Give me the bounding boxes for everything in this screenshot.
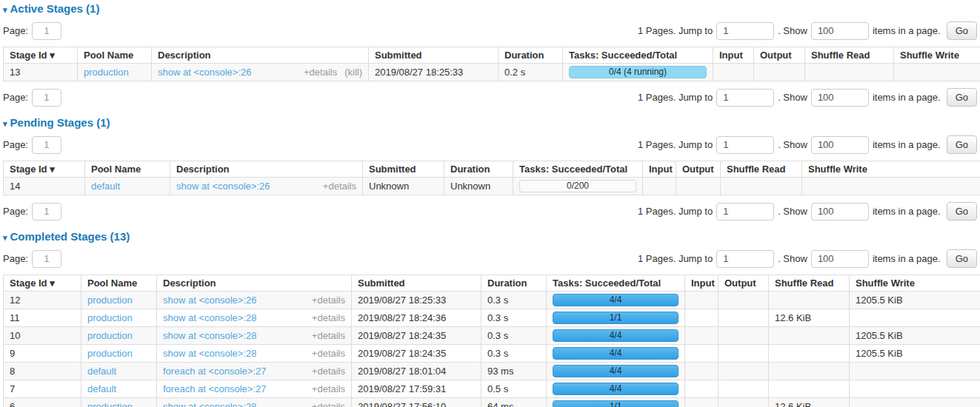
column-header-shuffle-write[interactable]: Shuffle Write [802,161,980,178]
pool-name-link[interactable]: production [87,401,133,407]
go-button[interactable]: Go [947,202,977,221]
description-link[interactable]: show at <console>:26 [158,67,251,78]
column-header-pool-name[interactable]: Pool Name [81,275,157,292]
jump-to-input[interactable] [716,22,774,40]
column-header-submitted[interactable]: Submitted [363,161,444,178]
details-toggle[interactable]: +details [312,401,345,407]
column-header-input[interactable]: Input [685,275,719,292]
page-number-input[interactable] [32,136,61,154]
details-toggle[interactable]: +details [304,67,337,78]
column-header-description[interactable]: Description [157,275,352,292]
column-header-submitted[interactable]: Submitted [352,275,481,292]
kill-link[interactable]: (kill) [344,67,362,78]
page-size-input[interactable] [811,22,869,40]
details-toggle[interactable]: +details [312,330,345,341]
column-header-shuffle-write[interactable]: Shuffle Write [850,275,980,292]
stage-row: 12productionshow at <console>:26+details… [4,292,980,309]
description-link[interactable]: show at <console>:28 [163,330,256,341]
page-number-input[interactable] [32,22,61,40]
description-cell: show at <console>:28+details [157,327,352,345]
column-header-tasks-succeeded-total[interactable]: Tasks: Succeeded/Total [547,275,685,292]
page-size-input[interactable] [811,136,869,154]
input-cell [713,64,754,81]
details-toggle[interactable]: +details [323,181,356,192]
pool-name-link[interactable]: production [87,348,133,359]
jump-to-input[interactable] [716,89,774,107]
go-button[interactable]: Go [947,249,977,268]
column-header-stage-id[interactable]: Stage Id ▾ [4,47,78,64]
column-header-duration[interactable]: Duration [499,47,563,64]
page-number-input[interactable] [32,89,61,107]
pool-name-link[interactable]: default [87,383,116,394]
stage-row: 14defaultshow at <console>:26+detailsUnk… [4,178,980,195]
column-header-output[interactable]: Output [676,161,721,178]
column-header-stage-id[interactable]: Stage Id ▾ [4,161,85,178]
go-button[interactable]: Go [947,135,977,154]
shuffle-read-cell [769,380,850,398]
spark-stages-page: ▾Active Stages (1)Page:1 Pages. Jump to.… [0,0,980,407]
column-header-pool-name[interactable]: Pool Name [85,161,170,178]
tasks-cell: 1/1 [547,309,685,327]
column-header-duration[interactable]: Duration [444,161,513,178]
column-header-description[interactable]: Description [170,161,363,178]
column-header-shuffle-read[interactable]: Shuffle Read [721,161,802,178]
shuffle-write-cell [850,309,980,327]
description-link[interactable]: show at <console>:26 [163,295,256,306]
description-link[interactable]: show at <console>:28 [163,312,256,323]
column-header-duration[interactable]: Duration [481,275,547,292]
description-link[interactable]: show at <console>:28 [163,348,256,359]
tasks-progress-bar: 4/4 [553,294,679,306]
show-text: . Show [778,25,807,36]
column-header-submitted[interactable]: Submitted [369,47,499,64]
pool-name-link[interactable]: production [87,312,133,323]
go-button[interactable]: Go [947,88,977,107]
page-number-input[interactable] [32,203,61,221]
output-cell [719,309,769,327]
pool-name-link[interactable]: default [87,366,116,377]
stage-id-cell: 10 [4,327,81,345]
details-toggle[interactable]: +details [312,348,345,359]
pending-stages-table: Stage Id ▾Pool NameDescriptionSubmittedD… [3,161,980,195]
duration-cell: 0.2 s [499,64,563,81]
page-size-input[interactable] [811,203,869,221]
column-header-shuffle-write[interactable]: Shuffle Write [894,47,980,64]
details-toggle[interactable]: +details [312,383,345,394]
column-header-pool-name[interactable]: Pool Name [78,47,152,64]
column-header-stage-id[interactable]: Stage Id ▾ [4,275,81,292]
column-header-description[interactable]: Description [152,47,369,64]
description-link[interactable]: foreach at <console>:27 [163,366,267,377]
pool-name-link[interactable]: production [87,295,133,306]
column-header-tasks-succeeded-total[interactable]: Tasks: Succeeded/Total [563,47,713,64]
page-size-input[interactable] [811,89,869,107]
details-toggle[interactable]: +details [312,366,345,377]
section-header-completed-stages[interactable]: ▾Completed Stages (13) [3,230,977,243]
details-toggle[interactable]: +details [312,295,345,306]
details-toggle[interactable]: +details [312,312,345,323]
submitted-cell: 2019/08/27 18:01:04 [352,363,481,380]
description-link[interactable]: show at <console>:26 [176,181,270,192]
shuffle-read-cell [769,327,850,345]
go-button[interactable]: Go [947,21,977,40]
jump-to-input[interactable] [716,136,774,154]
page-number-input[interactable] [32,250,61,268]
description-cell: foreach at <console>:27+details [157,380,352,398]
pool-name-link[interactable]: production [84,67,129,78]
column-header-shuffle-read[interactable]: Shuffle Read [805,47,894,64]
column-header-output[interactable]: Output [719,275,769,292]
column-header-output[interactable]: Output [754,47,805,64]
jump-to-input[interactable] [716,250,774,268]
pages-count-text: 1 Pages. Jump to [638,206,713,217]
column-header-input[interactable]: Input [713,47,754,64]
description-link[interactable]: show at <console>:28 [163,401,256,407]
completed-stages-table: Stage Id ▾Pool NameDescriptionSubmittedD… [3,275,980,407]
column-header-input[interactable]: Input [643,161,676,178]
page-size-input[interactable] [811,250,869,268]
column-header-tasks-succeeded-total[interactable]: Tasks: Succeeded/Total [513,161,643,178]
pool-name-link[interactable]: default [91,181,120,192]
description-link[interactable]: foreach at <console>:27 [163,383,267,394]
pool-name-link[interactable]: production [87,330,133,341]
jump-to-input[interactable] [716,203,774,221]
section-header-pending-stages[interactable]: ▾Pending Stages (1) [3,116,977,129]
column-header-shuffle-read[interactable]: Shuffle Read [769,275,850,292]
section-header-active-stages[interactable]: ▾Active Stages (1) [3,2,977,15]
